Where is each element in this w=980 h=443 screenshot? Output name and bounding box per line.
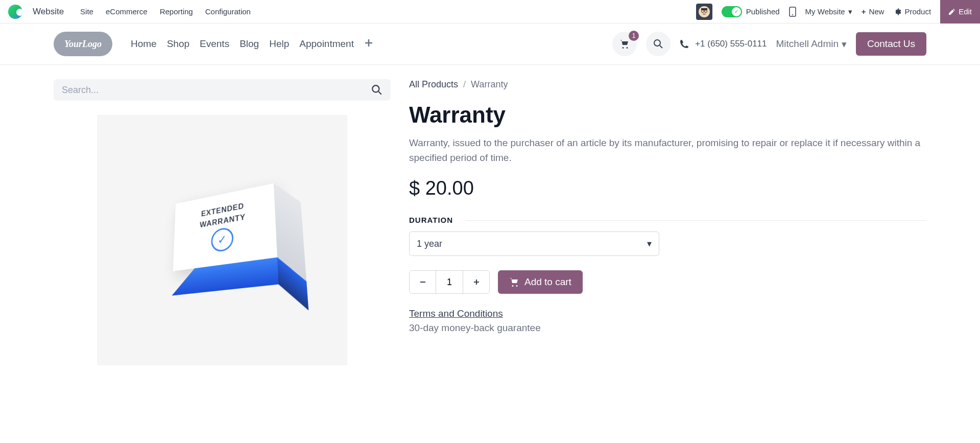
breadcrumb-root[interactable]: All Products xyxy=(409,79,458,90)
avatar-face-icon xyxy=(698,6,710,18)
toggle-switch: ✓ xyxy=(722,6,742,17)
edit-button[interactable]: Edit xyxy=(940,0,980,24)
terms-link[interactable]: Terms and Conditions xyxy=(409,308,926,319)
new-button[interactable]: + New xyxy=(862,7,885,16)
product-label: Product xyxy=(904,7,931,16)
search-icon xyxy=(653,39,663,49)
warranty-badge-icon: ✓ xyxy=(211,226,233,253)
pencil-icon xyxy=(948,8,955,15)
svg-point-7 xyxy=(372,85,379,92)
my-website-label: My Website xyxy=(805,7,845,16)
right-column: All Products / Warranty Warranty Warrant… xyxy=(409,79,926,365)
app-name: Website xyxy=(33,7,64,17)
avatar[interactable] xyxy=(696,4,712,20)
cart-icon xyxy=(619,39,630,49)
mobile-preview-icon[interactable] xyxy=(789,7,796,17)
nav-help[interactable]: Help xyxy=(269,38,289,50)
qty-decrease-button[interactable] xyxy=(410,271,436,293)
qty-increase-button[interactable] xyxy=(463,271,489,293)
edit-label: Edit xyxy=(959,7,972,16)
new-label: New xyxy=(869,7,884,16)
phone-info: +1 (650) 555-0111 xyxy=(680,39,767,49)
cart-icon xyxy=(509,277,519,287)
nav-appointment[interactable]: Appointment xyxy=(299,38,354,50)
admin-menu-site[interactable]: Site xyxy=(80,7,93,16)
site-nav: Home Shop Events Blog Help Appointment xyxy=(131,38,373,50)
main: EXTENDED WARRANTY ✓ All Products / Warra… xyxy=(0,65,980,380)
publish-toggle[interactable]: ✓ Published xyxy=(722,6,780,17)
admin-left: Website Site eCommerce Reporting Configu… xyxy=(8,5,251,19)
nav-add-icon[interactable] xyxy=(364,38,373,50)
duration-selected: 1 year xyxy=(417,239,442,249)
plus-icon: + xyxy=(862,7,866,16)
search-icon[interactable] xyxy=(371,84,383,96)
duration-select[interactable]: 1 year ▾ xyxy=(409,231,659,256)
my-website-dropdown[interactable]: My Website ▾ xyxy=(805,7,852,16)
cart-button[interactable]: 1 xyxy=(612,32,637,56)
add-to-cart-label: Add to cart xyxy=(524,276,571,288)
search-box xyxy=(54,79,391,101)
left-column: EXTENDED WARRANTY ✓ xyxy=(54,79,391,365)
quantity-input[interactable] xyxy=(436,271,463,293)
admin-menu-ecommerce[interactable]: eCommerce xyxy=(106,7,148,16)
caret-down-icon: ▾ xyxy=(842,38,847,50)
phone-number[interactable]: +1 (650) 555-0111 xyxy=(695,39,767,49)
variant-label: DURATION xyxy=(409,216,926,224)
svg-point-0 xyxy=(699,6,710,17)
admin-menu-reporting[interactable]: Reporting xyxy=(160,7,193,16)
svg-point-5 xyxy=(792,14,793,15)
product-title: Warranty xyxy=(409,102,926,128)
breadcrumb-current: Warranty xyxy=(471,79,508,90)
product-image[interactable]: EXTENDED WARRANTY ✓ xyxy=(97,115,347,365)
site-logo[interactable]: YourLogo xyxy=(54,32,112,56)
minus-icon xyxy=(419,278,426,286)
user-dropdown[interactable]: Mitchell Admin ▾ xyxy=(776,38,847,50)
header-right: 1 +1 (650) 555-0111 Mitchell Admin ▾ Con… xyxy=(612,32,926,56)
published-label: Published xyxy=(746,7,780,16)
product-price: $ 20.00 xyxy=(409,177,926,199)
cart-row: Add to cart xyxy=(409,270,926,294)
plus-icon xyxy=(473,278,480,286)
nav-blog[interactable]: Blog xyxy=(240,38,259,50)
caret-down-icon: ▾ xyxy=(848,7,852,16)
nav-shop[interactable]: Shop xyxy=(167,38,189,50)
search-toggle-button[interactable] xyxy=(646,32,671,56)
svg-point-6 xyxy=(654,40,660,46)
gear-icon xyxy=(893,8,901,16)
check-icon: ✓ xyxy=(732,7,741,16)
nav-events[interactable]: Events xyxy=(200,38,229,50)
breadcrumb: All Products / Warranty xyxy=(409,79,926,90)
quantity-stepper xyxy=(409,270,490,294)
add-to-cart-button[interactable]: Add to cart xyxy=(498,270,583,294)
admin-menu: Site eCommerce Reporting Configuration xyxy=(80,7,251,16)
admin-right: ✓ Published My Website ▾ + New Product E… xyxy=(696,0,980,24)
caret-down-icon: ▾ xyxy=(647,238,652,249)
phone-icon xyxy=(680,39,689,49)
guarantee-text: 30-day money-back guarantee xyxy=(409,322,926,334)
product-description: Warranty, issued to the purchaser of an … xyxy=(409,136,926,165)
search-input[interactable] xyxy=(62,85,371,96)
cart-badge: 1 xyxy=(629,31,639,41)
breadcrumb-separator: / xyxy=(463,79,466,90)
contact-us-button[interactable]: Contact Us xyxy=(856,32,926,56)
admin-menu-configuration[interactable]: Configuration xyxy=(205,7,251,16)
nav-home[interactable]: Home xyxy=(131,38,157,50)
odoo-logo-icon[interactable] xyxy=(8,5,22,19)
admin-bar: Website Site eCommerce Reporting Configu… xyxy=(0,0,980,24)
user-name: Mitchell Admin xyxy=(776,38,839,50)
product-image-wrap: EXTENDED WARRANTY ✓ xyxy=(54,115,391,365)
site-header: YourLogo Home Shop Events Blog Help Appo… xyxy=(0,24,980,65)
product-settings-button[interactable]: Product xyxy=(893,7,931,16)
